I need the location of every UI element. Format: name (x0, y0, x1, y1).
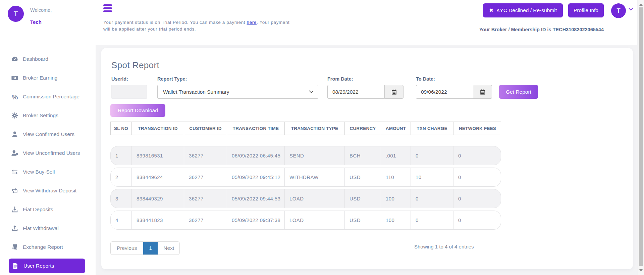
table-cell: 36277 (184, 146, 227, 165)
avatar[interactable]: T (611, 3, 626, 18)
document-icon (12, 262, 19, 270)
table-cell: 838449624 (131, 168, 184, 186)
table-cell: 0 (453, 211, 501, 229)
calendar-icon (480, 89, 486, 95)
sidebar: T Welcome, Tech Dashboard Broker Earning… (0, 0, 96, 275)
previous-page-button[interactable]: Previous (111, 242, 143, 255)
table-cell: 0 (411, 146, 453, 165)
gear-icon (11, 112, 18, 119)
table-cell: 36277 (184, 168, 227, 186)
sidebar-item-label: Fiat Withdrawal (23, 225, 59, 231)
table-cell: 100 (381, 211, 411, 229)
table-cell: 05/09/2022 09:44:53 (227, 189, 284, 208)
from-date-calendar-button[interactable] (384, 85, 404, 99)
sidebar-menu: Dashboard Broker Earning % Commission Pe… (0, 50, 96, 275)
table-cell: 2 (111, 168, 131, 186)
hamburger-menu-icon[interactable] (103, 4, 112, 13)
chevron-down-icon[interactable] (629, 8, 633, 11)
report-type-select-wrap: Wallet Transaction Summary (157, 85, 318, 99)
table-cell: 06/09/2022 06:45:45 (227, 146, 284, 165)
upload-tray-icon (11, 225, 18, 232)
table-cell: SEND (284, 146, 344, 165)
broker-membership-id: Your Broker / Membership ID is TECH31082… (479, 27, 604, 32)
report-type-label: Report Type: (157, 76, 187, 82)
from-date-input[interactable] (327, 85, 384, 99)
sidebar-item-broker-settings[interactable]: Broker Settings (0, 106, 96, 125)
table-cell: LOAD (284, 189, 344, 208)
from-date-group (327, 85, 404, 99)
sidebar-item-view-confirmed-users[interactable]: View Confirmed Users (0, 125, 96, 144)
sidebar-item-fiat-withdrawal[interactable]: Fiat Withdrawal (0, 219, 96, 238)
column-header: AMOUNT (381, 122, 411, 135)
table-cell: LOAD (284, 211, 344, 229)
sidebar-item-label: Broker Settings (23, 112, 58, 119)
sidebar-item-dashboard[interactable]: Dashboard (0, 50, 96, 68)
table-cell: 100 (381, 189, 411, 208)
sidebar-item-view-buy-sell[interactable]: View Buy-Sell (0, 163, 96, 181)
sidebar-item-user-reports[interactable]: User Reports (9, 259, 85, 273)
column-header: TRANSACTION TYPE (284, 122, 344, 135)
table-cell: 0 (453, 146, 501, 165)
profile-info-button[interactable]: Profile Info (568, 3, 604, 17)
table-cell: 839816531 (131, 146, 184, 165)
next-page-button[interactable]: Next (158, 242, 179, 255)
sidebar-item-label: Broker Earning (23, 75, 57, 81)
to-date-group (416, 85, 492, 99)
table-cell: WITHDRAW (284, 168, 344, 186)
sidebar-item-label: View Unconfirmed Users (23, 150, 80, 156)
x-icon: ✖ (489, 7, 493, 13)
page-1-button[interactable]: 1 (143, 242, 158, 255)
to-date-calendar-button[interactable] (473, 85, 492, 99)
username-label: Tech (30, 19, 42, 25)
column-header: TRANSACTION TIME (227, 122, 284, 135)
column-header: CUSTOMER ID (184, 122, 227, 135)
table-cell: 0 (453, 189, 501, 208)
table-cell: 10 (411, 168, 453, 186)
payment-here-link[interactable]: here (247, 20, 257, 25)
to-date-input[interactable] (416, 85, 473, 99)
repeat-arrows-icon (11, 187, 18, 194)
report-type-select[interactable]: Wallet Transaction Summary (157, 85, 318, 99)
table-cell: 110 (381, 168, 411, 186)
sidebar-avatar[interactable]: T (8, 6, 24, 22)
payment-notice-line2: will be applied after your trial period … (103, 27, 196, 32)
table-cell: 36277 (184, 211, 227, 229)
table-row: 2 838449624 36277 05/09/2022 09:45:12 WI… (110, 168, 501, 187)
table-cell: USD (344, 211, 381, 229)
table-cell: 1 (111, 146, 131, 165)
report-download-button[interactable]: Report Download (110, 104, 165, 117)
sidebar-item-label: View Confirmed Users (23, 131, 74, 137)
dashboard-gauge-icon (11, 55, 18, 63)
scroll-up-arrow-icon[interactable] (639, 2, 643, 6)
sidebar-item-label: View Buy-Sell (23, 169, 55, 175)
scrollbar-thumb[interactable] (639, 7, 643, 266)
table-cell: 4 (111, 211, 131, 229)
sidebar-item-fiat-deposits[interactable]: Fiat Deposits (0, 200, 96, 219)
user-x-icon (11, 149, 18, 157)
kyc-declined-button[interactable]: ✖ KYC Declined / Re-submit (483, 3, 563, 17)
column-header: NETWORK FEES (453, 122, 501, 135)
sidebar-item-view-withdraw-deposit[interactable]: View Withdraw-Deposit (0, 181, 96, 200)
sidebar-item-broker-earning[interactable]: Broker Earning (0, 68, 96, 87)
table-cell: 838441823 (131, 211, 184, 229)
sidebar-item-commission-percentage[interactable]: % Commission Percentage (0, 87, 96, 106)
table-cell: 3 (111, 189, 131, 208)
table-header-row: SL NO TRANSACTION ID CUSTOMER ID TRANSAC… (110, 122, 501, 135)
sidebar-item-label: Commission Percentage (23, 94, 79, 100)
vertical-scrollbar[interactable] (638, 0, 644, 275)
welcome-label: Welcome, (30, 7, 52, 13)
user-icon (11, 131, 18, 138)
userid-input[interactable] (111, 85, 147, 99)
column-header: TRANSACTION ID (131, 122, 184, 135)
to-date-label: To Date: (416, 76, 435, 82)
top-bar: Your payment status is on Trial Period. … (96, 0, 637, 45)
userid-label: UserId: (111, 76, 128, 82)
calendar-icon (391, 89, 397, 95)
sidebar-item-exchange-report[interactable]: Exchange Report (0, 238, 96, 257)
scroll-down-arrow-icon[interactable] (639, 269, 643, 273)
sidebar-item-view-unconfirmed-users[interactable]: View Unconfirmed Users (0, 144, 96, 163)
kyc-button-label: KYC Declined / Re-submit (496, 7, 557, 13)
get-report-button[interactable]: Get Report (499, 85, 538, 99)
sidebar-item-label: Dashboard (23, 56, 48, 62)
payment-notice-line1: Your payment status is on Trial Period. … (103, 20, 289, 25)
